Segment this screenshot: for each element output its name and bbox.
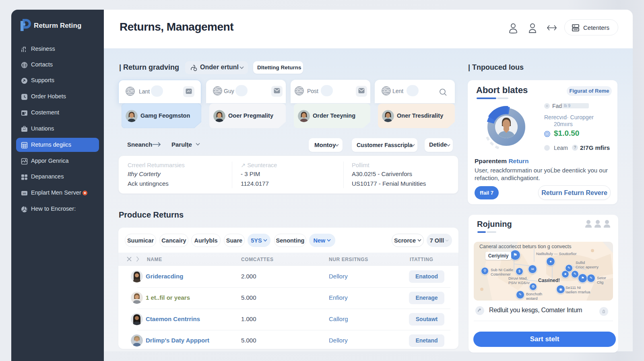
svg-text:101: 101 bbox=[23, 192, 26, 195]
svg-text:?: ? bbox=[574, 145, 576, 150]
